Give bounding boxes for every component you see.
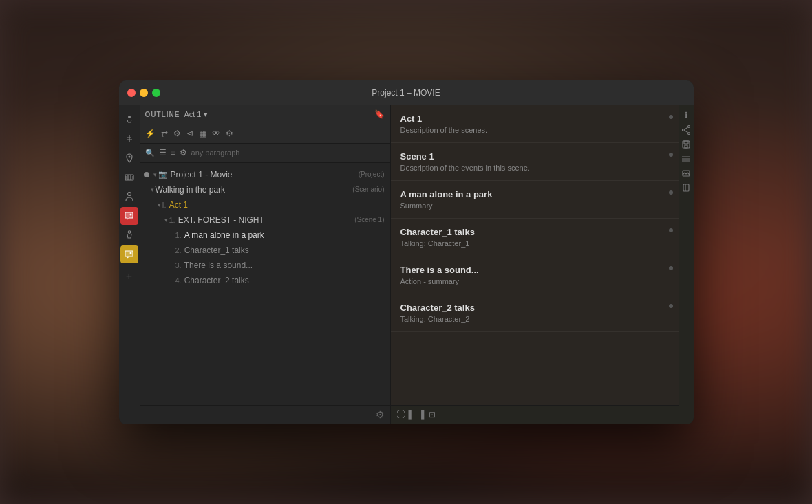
maximize-button[interactable] — [152, 89, 160, 97]
sidebar-icon-run[interactable] — [120, 111, 138, 129]
svg-point-7 — [687, 125, 690, 127]
title-bar: Project 1 – MOVIE — [119, 80, 694, 105]
outline-bottom-icon[interactable]: ⚙ — [376, 409, 385, 420]
sidebar-icon-character[interactable] — [120, 188, 138, 206]
svg-point-9 — [687, 132, 690, 134]
tree-item-beat4[interactable]: 4. Character_2 talks — [140, 273, 390, 288]
dot-act1 — [669, 115, 673, 119]
outline-header: OUTLINE Act 1 ▾ 🔖 — [140, 105, 390, 124]
search-list-icon[interactable]: ☰ — [159, 148, 167, 157]
minimize-button[interactable] — [140, 89, 148, 97]
detail-bottom-bar: ⛶ ▌ ▐ ⊡ — [391, 405, 679, 424]
scene-label: EXT. FOREST - NIGHT — [178, 215, 352, 225]
svg-point-8 — [682, 129, 684, 131]
search-filter-icon[interactable]: ⚙ — [180, 148, 187, 157]
act-arrow: ▾ — [158, 201, 161, 208]
project-tag: (Project) — [359, 171, 385, 178]
beat1-label: A man alone in a park — [184, 230, 385, 240]
sidebar-icon-location[interactable] — [120, 149, 138, 167]
detail-item-beat4[interactable]: Character_2 talks Talking: Character_2 — [391, 294, 679, 332]
tree-item-beat3[interactable]: 3. There is a sound... — [140, 258, 390, 273]
act-label: Act 1 — [169, 200, 385, 210]
right-icon-save[interactable] — [680, 138, 692, 151]
sidebar-icon-chat-person[interactable] — [120, 207, 138, 225]
detail-item-beat1[interactable]: A man alone in a park Summary — [391, 181, 679, 219]
detail-panel: Act 1 Description of the scenes. Scene 1… — [391, 105, 679, 424]
beat3-num: 3. — [175, 261, 182, 270]
beat4-num: 4. — [175, 276, 182, 285]
act1-title: Act 1 — [400, 113, 667, 124]
camera-icon: 📷 — [158, 170, 168, 179]
svg-point-1 — [128, 155, 130, 157]
tree-item-beat1[interactable]: 1. A man alone in a park — [140, 228, 390, 243]
search-placeholder[interactable]: any paragraph — [191, 149, 385, 157]
tree-item-scene1[interactable]: ▾ 1. EXT. FOREST - NIGHT (Scene 1) — [140, 212, 390, 228]
act-num: I. — [162, 201, 167, 209]
outline-toolbar: ⚡ ⇄ ⚙ ⊲ ▦ 👁 ⚙ — [140, 124, 390, 144]
dot-beat2 — [669, 228, 673, 232]
sidebar-icon-tree[interactable] — [120, 130, 138, 148]
toolbar-icon-3[interactable]: ⚙ — [173, 129, 181, 138]
sidebar-icon-run2[interactable] — [120, 226, 138, 244]
right-icon-info[interactable]: ℹ — [680, 109, 692, 122]
outline-tree: ▾ 📷 Project 1 - Movie (Project) ▾ Walkin… — [140, 163, 390, 405]
beat3-label: There is a sound... — [184, 261, 385, 270]
beat4-label: Character_2 talks — [184, 276, 385, 285]
toolbar-icon-6[interactable]: 👁 — [212, 129, 220, 138]
right-icon-image[interactable] — [680, 167, 692, 179]
search-lines-icon[interactable]: ≡ — [171, 148, 175, 157]
tree-item-act1[interactable]: ▾ I. Act 1 — [140, 197, 390, 212]
svg-rect-17 — [683, 184, 689, 191]
detail-list: Act 1 Description of the scenes. Scene 1… — [391, 105, 679, 405]
detail-item-act1[interactable]: Act 1 Description of the scenes. — [391, 105, 679, 143]
outline-act[interactable]: Act 1 ▾ — [184, 110, 207, 119]
sidebar-icon-chat-person2[interactable] — [120, 245, 138, 263]
detail-split2-icon[interactable]: ▐ — [418, 410, 425, 419]
toolbar-icon-5[interactable]: ▦ — [199, 129, 206, 138]
search-bar: 🔍 ☰ ≡ ⚙ any paragraph — [140, 144, 390, 163]
beat2-num: 2. — [175, 246, 182, 254]
tree-item-beat2[interactable]: 2. Character_1 talks — [140, 243, 390, 258]
svg-point-6 — [130, 252, 132, 254]
right-icon-share[interactable] — [680, 124, 692, 136]
detail-panel-icon[interactable]: ⊡ — [429, 410, 436, 419]
scene1-subtitle: Description of the events in this scene. — [400, 164, 667, 172]
scenario-arrow: ▾ — [151, 186, 154, 193]
sidebar-add-button[interactable]: + — [120, 267, 138, 285]
detail-fullscreen-icon[interactable]: ⛶ — [396, 410, 405, 419]
tree-item-scenario[interactable]: ▾ Walking in the park (Scenario) — [140, 182, 390, 197]
scene1-title: Scene 1 — [400, 151, 667, 162]
svg-rect-11 — [684, 141, 688, 144]
beat1-detail-subtitle: Summary — [400, 201, 667, 210]
act1-subtitle: Description of the scenes. — [400, 126, 667, 134]
right-icon-list[interactable] — [680, 153, 692, 165]
project-arrow: ▾ — [153, 171, 157, 178]
beat4-detail-title: Character_2 talks — [400, 303, 667, 313]
scene-arrow: ▾ — [164, 217, 168, 223]
tree-item-project[interactable]: ▾ 📷 Project 1 - Movie (Project) — [140, 167, 390, 182]
toolbar-icon-1[interactable]: ⚡ — [145, 129, 156, 138]
sidebar-icon-film[interactable] — [120, 168, 138, 186]
detail-item-beat2[interactable]: Character_1 talks Talking: Character_1 — [391, 219, 679, 256]
beat1-detail-title: A man alone in a park — [400, 189, 667, 199]
toolbar-icon-2[interactable]: ⇄ — [161, 129, 168, 138]
beat3-detail-subtitle: Action - summary — [400, 277, 667, 285]
svg-point-4 — [130, 213, 132, 215]
toolbar-icon-7[interactable]: ⚙ — [226, 129, 233, 138]
right-icon-panel[interactable] — [680, 182, 692, 194]
detail-item-beat3[interactable]: There is a sound... Action - summary — [391, 256, 679, 294]
svg-point-5 — [128, 230, 131, 233]
window-title: Project 1 – MOVIE — [372, 88, 440, 98]
outline-label: OUTLINE — [145, 111, 180, 118]
main-content: + OUTLINE Act 1 ▾ 🔖 ⚡ ⇄ ⚙ ⊲ ▦ 👁 ⚙ 🔍 — [119, 105, 694, 424]
beat2-label: Character_1 talks — [184, 245, 385, 255]
detail-split1-icon[interactable]: ▌ — [409, 410, 415, 419]
close-button[interactable] — [127, 89, 136, 97]
toolbar-icon-4[interactable]: ⊲ — [186, 129, 193, 138]
beat1-num: 1. — [175, 231, 182, 239]
search-icon: 🔍 — [145, 149, 155, 157]
scene-tag: (Scene 1) — [354, 216, 384, 223]
dot-beat1 — [669, 190, 673, 195]
detail-item-scene1[interactable]: Scene 1 Description of the events in thi… — [391, 143, 679, 181]
scene-num: 1. — [169, 216, 175, 224]
